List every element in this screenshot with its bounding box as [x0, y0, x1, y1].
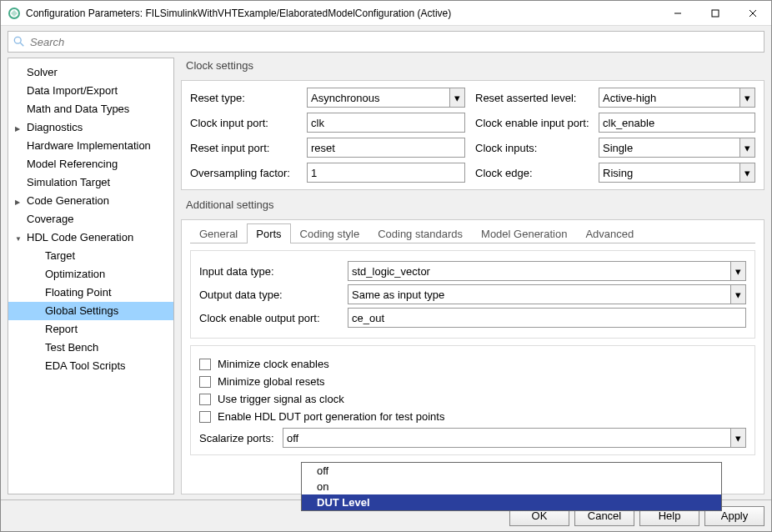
chevron-down-icon: ▾ — [449, 88, 464, 107]
output-data-type-select[interactable]: Same as input type▾ — [348, 284, 746, 304]
tab-ports[interactable]: Ports — [247, 223, 290, 243]
nav-tree[interactable]: SolverData Import/ExportMath and Data Ty… — [8, 58, 174, 494]
clock-input-port-label: Clock input port: — [190, 117, 307, 129]
ports-top-box: Input data type: std_logic_vector▾ Outpu… — [190, 250, 755, 339]
additional-tabs: GeneralPortsCoding styleCoding standards… — [190, 223, 755, 243]
window-buttons — [659, 1, 771, 25]
oversampling-label: Oversampling factor: — [190, 167, 307, 179]
tab-coding-style[interactable]: Coding style — [291, 223, 369, 243]
ce-out-label: Clock enable output port: — [199, 312, 341, 324]
nav-item-optimization[interactable]: Optimization — [8, 265, 173, 284]
nav-item-solver[interactable]: Solver — [8, 63, 173, 82]
window-title: Configuration Parameters: FILSimulinkWit… — [26, 8, 659, 19]
app-icon — [8, 7, 21, 20]
clock-edge-select[interactable]: Rising▾ — [599, 163, 755, 183]
ce-out-field[interactable]: ce_out — [348, 308, 746, 328]
nav-item-target[interactable]: Target — [8, 247, 173, 265]
tab-general[interactable]: General — [190, 223, 247, 243]
dropdown-option-off[interactable]: off — [302, 463, 721, 479]
use-trigger-as-clock-checkbox[interactable]: Use trigger signal as clock — [199, 393, 746, 405]
search-bar[interactable] — [8, 31, 764, 53]
reset-type-select[interactable]: Asynchronous▾ — [307, 88, 465, 108]
chevron-down-icon: ▾ — [739, 88, 754, 107]
chevron-down-icon: ▾ — [739, 138, 754, 157]
nav-item-report[interactable]: Report — [8, 320, 173, 339]
clock-edge-label: Clock edge: — [465, 167, 599, 179]
reset-input-port-field[interactable]: reset — [307, 138, 465, 158]
search-icon — [13, 36, 25, 48]
nav-item-code-generation[interactable]: ▶Code Generation — [8, 192, 173, 210]
nav-item-floating-point[interactable]: Floating Point — [8, 284, 173, 302]
additional-settings-group: GeneralPortsCoding styleCoding standards… — [181, 219, 764, 494]
oversampling-field[interactable]: 1 — [307, 163, 465, 183]
config-params-window: Configuration Parameters: FILSimulinkWit… — [0, 0, 772, 532]
nav-item-simulation-target[interactable]: Simulation Target — [8, 173, 173, 192]
close-button[interactable] — [734, 1, 771, 25]
tab-coding-standards[interactable]: Coding standards — [368, 223, 472, 243]
input-data-type-select[interactable]: std_logic_vector▾ — [348, 261, 746, 281]
minimize-button[interactable] — [659, 1, 696, 25]
minimize-clock-enables-checkbox[interactable]: Minimize clock enables — [199, 358, 746, 370]
input-data-type-label: Input data type: — [199, 265, 341, 278]
chevron-down-icon: ▾ — [739, 163, 754, 182]
additional-settings-title: Additional settings — [186, 198, 764, 211]
chevron-down-icon: ▾ — [730, 285, 745, 304]
nav-item-test-bench[interactable]: Test Bench — [8, 339, 173, 357]
minimize-global-resets-checkbox[interactable]: Minimize global resets — [199, 375, 746, 388]
caret-right-icon: ▶ — [15, 195, 22, 210]
tab-model-generation[interactable]: Model Generation — [472, 223, 576, 243]
nav-item-diagnostics[interactable]: ▶Diagnostics — [8, 118, 173, 137]
maximize-button[interactable] — [696, 1, 734, 25]
scalarize-ports-dropdown[interactable]: offonDUT Level — [301, 462, 722, 511]
caret-right-icon: ▶ — [15, 122, 22, 137]
enable-hdl-dut-port-checkbox[interactable]: Enable HDL DUT port generation for test … — [199, 410, 746, 423]
clock-settings-group: Reset type: Asynchronous▾ Reset asserted… — [181, 80, 764, 190]
tab-advanced[interactable]: Advanced — [576, 223, 643, 243]
svg-point-5 — [14, 37, 21, 43]
search-input[interactable] — [28, 35, 759, 49]
output-data-type-label: Output data type: — [199, 289, 341, 301]
reset-input-port-label: Reset input port: — [190, 142, 307, 154]
scalarize-ports-label: Scalarize ports: — [199, 432, 283, 444]
reset-asserted-label: Reset asserted level: — [465, 92, 599, 104]
nav-item-math-and-data-types[interactable]: Math and Data Types — [8, 100, 173, 118]
caret-down-icon: ▼ — [15, 232, 22, 247]
clock-enable-input-port-field[interactable]: clk_enable — [599, 113, 755, 133]
nav-item-model-referencing[interactable]: Model Referencing — [8, 155, 173, 173]
content-pane: Clock settings Reset type: Asynchronous▾… — [181, 58, 764, 494]
dropdown-option-on[interactable]: on — [302, 479, 721, 494]
nav-item-data-import-export[interactable]: Data Import/Export — [8, 82, 173, 100]
checkbox-icon — [199, 376, 211, 388]
nav-item-hdl-code-generation[interactable]: ▼HDL Code Generation — [8, 228, 173, 247]
nav-item-hardware-implementation[interactable]: Hardware Implementation — [8, 137, 173, 155]
clock-settings-title: Clock settings — [186, 59, 764, 72]
svg-rect-2 — [712, 10, 719, 17]
checkbox-icon — [199, 411, 211, 423]
clock-inputs-label: Clock inputs: — [465, 142, 599, 154]
dropdown-option-dut-level[interactable]: DUT Level — [302, 494, 721, 510]
clock-enable-input-port-label: Clock enable input port: — [465, 117, 599, 129]
reset-type-label: Reset type: — [190, 92, 307, 104]
nav-item-global-settings[interactable]: Global Settings — [8, 302, 173, 320]
ports-bottom-box: Minimize clock enables Minimize global r… — [190, 345, 755, 455]
reset-asserted-select[interactable]: Active-high▾ — [599, 88, 755, 108]
checkbox-icon — [199, 359, 211, 370]
titlebar: Configuration Parameters: FILSimulinkWit… — [1, 1, 771, 26]
checkbox-icon — [199, 394, 211, 405]
scalarize-ports-select[interactable]: off▾ — [283, 428, 746, 448]
chevron-down-icon: ▾ — [730, 262, 745, 280]
chevron-down-icon: ▾ — [730, 429, 745, 447]
nav-item-eda-tool-scripts[interactable]: EDA Tool Scripts — [8, 357, 173, 375]
clock-inputs-select[interactable]: Single▾ — [599, 138, 755, 158]
svg-line-6 — [20, 43, 23, 46]
clock-input-port-field[interactable]: clk — [307, 113, 465, 133]
nav-item-coverage[interactable]: Coverage — [8, 210, 173, 228]
